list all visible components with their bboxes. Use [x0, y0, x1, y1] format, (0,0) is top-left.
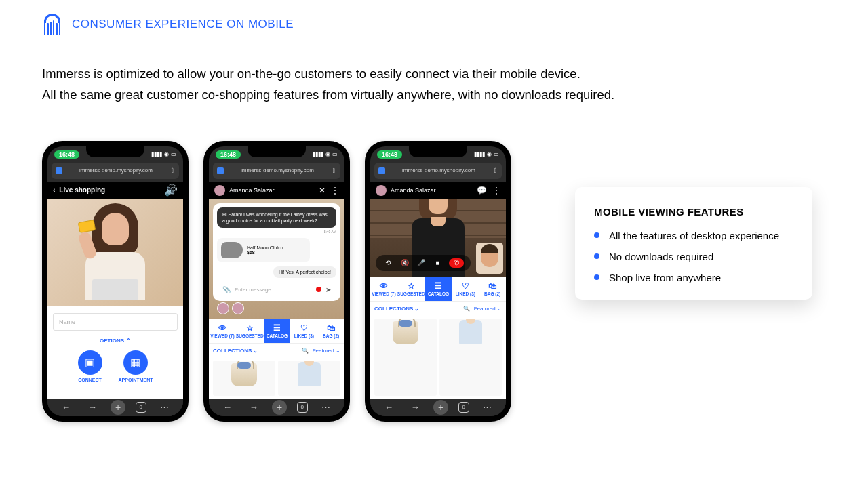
name-input[interactable]: Name [53, 313, 178, 331]
end-call-icon[interactable]: ✆ [449, 258, 464, 268]
attach-icon[interactable]: 📎 [222, 286, 231, 293]
collections-dropdown[interactable]: COLLECTIONS⌄ [213, 348, 258, 354]
agent-name: Amanda Salazar [229, 187, 275, 194]
nav-menu-icon[interactable]: ⋯ [318, 402, 334, 412]
nav-menu-icon[interactable]: ⋯ [157, 402, 173, 412]
chevron-down-icon: ⌄ [253, 348, 258, 354]
battery-icon: ▭ [171, 151, 176, 157]
participant-avatar [217, 302, 229, 314]
product-card[interactable]: Half Moon Clutch $68 [217, 238, 310, 262]
nav-forward-icon[interactable]: → [245, 402, 262, 412]
video-icon[interactable]: ■ [432, 259, 443, 266]
mute-icon[interactable]: 🔇 [399, 259, 410, 266]
tab-catalog[interactable]: ☰CATALOG [264, 319, 291, 343]
nav-back-icon[interactable]: ← [219, 402, 235, 412]
nav-back-icon[interactable]: ← [380, 402, 397, 412]
lock-icon [217, 167, 224, 174]
nav-tabs-icon[interactable]: 0 [297, 402, 308, 413]
eye-icon: 👁 [218, 323, 226, 333]
featured-dropdown[interactable]: Featured ⌄ [474, 306, 502, 312]
tab-liked[interactable]: ♡LIKED (3) [452, 277, 479, 301]
more-icon[interactable]: ⋮ [331, 186, 339, 195]
share-icon[interactable]: ⇧ [170, 167, 175, 174]
chat-input[interactable]: 📎 Enter message ➤ [217, 282, 336, 297]
wifi-icon: ◉ [164, 151, 169, 157]
chevron-up-icon: ⌃ [126, 338, 131, 344]
phone-notch [86, 146, 144, 157]
share-icon[interactable]: ⇧ [492, 167, 498, 174]
phone-3: 16:48 ▮▮▮▮◉▭ immerss-demo.myshopify.com … [365, 141, 511, 422]
page-title: CONSUMER EXPERIENCE ON MOBILE [72, 18, 294, 31]
product-thumb[interactable] [278, 361, 340, 396]
lock-icon [378, 167, 385, 174]
mic-icon[interactable]: 🎤 [416, 259, 427, 266]
phone-mockups: 16:48 ▮▮▮▮◉▭ immerss-demo.myshopify.com … [42, 141, 511, 422]
feature-item: No downloads required [594, 251, 793, 262]
share-icon[interactable]: ⇧ [331, 167, 336, 174]
connect-button[interactable]: ▣ CONNECT [78, 350, 102, 382]
collections-dropdown[interactable]: COLLECTIONS⌄ [374, 306, 419, 312]
content-row: 16:48 ▮▮▮▮◉▭ immerss-demo.myshopify.com … [42, 141, 826, 422]
options-toggle[interactable]: OPTIONS⌃ [100, 338, 131, 344]
phone-notch [248, 146, 306, 157]
nav-plus-icon[interactable]: + [111, 400, 125, 415]
browser-url-bar[interactable]: immerss-demo.myshopify.com ⇧ [52, 163, 179, 179]
tab-bag[interactable]: 🛍BAG (2) [317, 319, 344, 343]
list-icon: ☰ [273, 323, 281, 333]
nav-forward-icon[interactable]: → [84, 402, 100, 412]
nav-forward-icon[interactable]: → [407, 402, 423, 412]
product-name: Half Moon Clutch [247, 245, 283, 250]
featured-dropdown[interactable]: Featured ⌄ [313, 348, 340, 354]
flip-camera-icon[interactable]: ⟲ [382, 259, 393, 266]
nav-plus-icon[interactable]: + [272, 400, 287, 415]
connect-form: Name OPTIONS⌃ ▣ CONNECT ▦ APPOINTMENT [47, 306, 183, 399]
status-time: 16:48 [54, 150, 79, 159]
product-thumb[interactable] [213, 361, 275, 396]
intro-line-1: Immerss is optimized to allow your on-th… [42, 63, 826, 84]
page-header: CONSUMER EXPERIENCE ON MOBILE [42, 14, 826, 45]
feature-item: Shop live from anywhere [594, 272, 793, 283]
tab-liked[interactable]: ♡LIKED (3) [290, 319, 317, 343]
self-video-pip[interactable] [476, 243, 503, 274]
search-icon[interactable]: 🔍 [302, 348, 309, 354]
product-thumb[interactable] [374, 319, 437, 396]
status-time: 16:48 [377, 150, 402, 159]
send-icon[interactable]: ➤ [326, 286, 331, 293]
more-icon[interactable]: ⋮ [492, 186, 500, 195]
tab-catalog[interactable]: ☰CATALOG [425, 277, 452, 301]
agent-avatar [214, 185, 225, 196]
collections-row: COLLECTIONS⌄ 🔍 Featured ⌄ [209, 343, 344, 358]
bullet-icon [594, 274, 599, 280]
chat-icon[interactable]: 💬 [477, 186, 487, 195]
catalog-tabbar: 👁VIEWED (7) ☆SUGGESTED ☰CATALOG ♡LIKED (… [209, 319, 344, 343]
agent-name: Amanda Salazar [391, 187, 436, 194]
product-thumb[interactable] [439, 319, 502, 396]
list-icon: ☰ [435, 281, 442, 291]
heart-icon: ♡ [462, 281, 469, 291]
speaker-icon[interactable]: 🔊 [164, 184, 178, 197]
browser-url-bar[interactable]: immerss-demo.myshopify.com ⇧ [374, 163, 502, 179]
nav-plus-icon[interactable]: + [433, 400, 448, 415]
phone-1: 16:48 ▮▮▮▮◉▭ immerss-demo.myshopify.com … [42, 141, 189, 422]
nav-back-icon[interactable]: ← [58, 402, 74, 412]
nav-menu-icon[interactable]: ⋯ [479, 402, 496, 412]
appointment-button[interactable]: ▦ APPOINTMENT [119, 350, 153, 382]
close-icon[interactable]: ✕ [319, 186, 326, 195]
tab-viewed[interactable]: 👁VIEWED (7) [370, 277, 397, 301]
immerss-logo-icon [42, 14, 62, 35]
message-time: 8:40 AM [324, 230, 336, 234]
search-icon[interactable]: 🔍 [463, 306, 470, 312]
url-text: immerss-demo.myshopify.com [389, 167, 488, 174]
star-icon: ☆ [408, 281, 415, 291]
url-text: immerss-demo.myshopify.com [228, 167, 327, 174]
record-icon[interactable] [316, 287, 321, 292]
nav-tabs-icon[interactable]: 0 [136, 402, 146, 413]
back-icon[interactable]: ‹ [53, 186, 55, 194]
tab-suggested[interactable]: ☆SUGGESTED [397, 277, 425, 301]
tab-bag[interactable]: 🛍BAG (2) [479, 277, 506, 301]
tab-suggested[interactable]: ☆SUGGESTED [236, 319, 264, 343]
tab-viewed[interactable]: 👁VIEWED (7) [209, 319, 236, 343]
nav-tabs-icon[interactable]: 0 [458, 402, 469, 413]
browser-url-bar[interactable]: immerss-demo.myshopify.com ⇧ [213, 163, 340, 179]
live-shopping-title: Live shopping [59, 186, 105, 194]
